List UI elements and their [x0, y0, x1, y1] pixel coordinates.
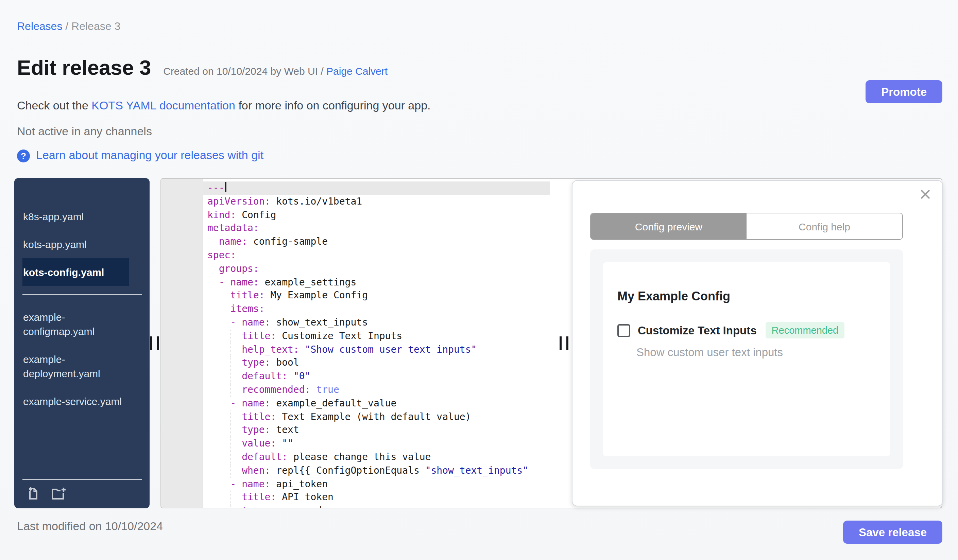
code-line[interactable]: 9 title: My Example Config	[161, 289, 550, 303]
code-line[interactable]: 15 default: "0"	[161, 370, 550, 383]
config-preview-panel: Config previewConfig help My Example Con…	[572, 180, 943, 506]
code-line[interactable]: 7 groups:	[161, 262, 550, 276]
code-line[interactable]: 20 value: ""	[161, 437, 550, 451]
code-line-text: help_text: "Show custom user text inputs…	[203, 343, 550, 356]
code-line[interactable]: 18 title: Text Example (with default val…	[161, 410, 550, 424]
kots-docs-link[interactable]: KOTS YAML documentation	[92, 99, 235, 112]
code-line[interactable]: 17▾ - name: example_default_value	[161, 397, 550, 410]
code-line[interactable]: 21 default: please change this value	[161, 451, 550, 464]
code-line[interactable]: 3kind: Config	[161, 208, 550, 222]
recommended-badge: Recommended	[766, 322, 845, 339]
code-line-text: title: Customize Text Inputs	[203, 330, 550, 343]
last-modified-text: Last modified on 10/10/2024	[17, 520, 163, 533]
code-line[interactable]: 16 recommended: true	[161, 383, 550, 397]
code-line[interactable]: 6▾spec:	[161, 249, 550, 262]
code-line[interactable]: 14 type: bool	[161, 356, 550, 370]
page: Releases / Release 3 Edit release 3 Crea…	[0, 0, 958, 560]
file-list: k8s-app.yamlkots-app.yamlkots-config.yam…	[14, 178, 149, 415]
breadcrumb-releases-link[interactable]: Releases	[17, 21, 62, 32]
code-line[interactable]: 8▾ - name: example_settings	[161, 275, 550, 289]
code-line[interactable]: 4▾metadata:	[161, 222, 550, 236]
page-title: Edit release 3	[17, 56, 151, 80]
git-help-row: ? Learn about managing your releases wit…	[17, 149, 263, 163]
code-line[interactable]: 1---	[161, 182, 550, 195]
config-item-checkbox[interactable]	[617, 324, 630, 337]
code-line-text: name: config-sample	[203, 235, 550, 249]
code-line[interactable]: 25 type: password	[161, 504, 550, 508]
code-line-text: type: password	[203, 504, 550, 508]
config-item-row: Customize Text Inputs Recommended	[617, 322, 874, 339]
code-line-text: - name: show_text_inputs	[203, 316, 550, 330]
file-list-divider	[22, 294, 142, 295]
code-line-text: - name: example_default_value	[203, 397, 550, 410]
workspace: k8s-app.yamlkots-app.yamlkots-config.yam…	[14, 178, 942, 508]
git-releases-link[interactable]: Learn about managing your releases with …	[36, 149, 263, 163]
channel-status: Not active in any channels	[17, 125, 152, 139]
preview-tab-toggle: Config previewConfig help	[590, 213, 903, 240]
created-meta: Created on 10/10/2024 by Web UI / Paige …	[163, 65, 387, 77]
code-area[interactable]: 1---2apiVersion: kots.io/v1beta13kind: C…	[161, 179, 550, 508]
code-line[interactable]: 23▾ - name: api_token	[161, 478, 550, 491]
config-item-label: Customize Text Inputs	[638, 324, 757, 337]
new-file-icon[interactable]	[27, 486, 40, 500]
sidebar-item-file[interactable]: kots-config.yaml	[22, 258, 129, 286]
code-line-text: type: text	[203, 424, 550, 437]
sidebar-item-file[interactable]: kots-app.yaml	[22, 230, 129, 258]
code-line-text: title: Text Example (with default value)	[203, 410, 550, 424]
title-row: Edit release 3 Created on 10/10/2024 by …	[17, 56, 387, 80]
code-line-text: - name: api_token	[203, 478, 550, 491]
code-line[interactable]: 2apiVersion: kots.io/v1beta1	[161, 195, 550, 209]
code-line-text: ---	[203, 182, 550, 195]
code-line[interactable]: 22 when: repl{{ ConfigOptionEquals "show…	[161, 464, 550, 478]
preview-body: My Example Config Customize Text Inputs …	[590, 250, 903, 469]
author-link[interactable]: Paige Calvert	[326, 65, 387, 77]
code-line-text: title: My Example Config	[203, 289, 550, 303]
file-tree-footer	[22, 479, 142, 508]
code-line-text: recommended: true	[203, 383, 550, 397]
line-number-gutter	[161, 179, 203, 508]
code-line-text: kind: Config	[203, 208, 550, 222]
code-line-text: default: please change this value	[203, 451, 550, 464]
sidebar-item-file[interactable]: example-service.yaml	[22, 388, 129, 415]
sidebar-item-file[interactable]: example-deployment.yaml	[22, 345, 129, 388]
code-line-text: title: API token	[203, 491, 550, 505]
code-line-text: metadata:	[203, 222, 550, 236]
code-line-text: value: ""	[203, 437, 550, 451]
promote-button[interactable]: Promote	[866, 80, 942, 103]
code-line[interactable]: 11▾ - name: show_text_inputs	[161, 316, 550, 330]
code-line[interactable]: 5 name: config-sample	[161, 235, 550, 249]
question-icon[interactable]: ?	[17, 149, 30, 162]
code-line-text: groups:	[203, 262, 550, 276]
sidebar-resize-handle[interactable]	[150, 336, 159, 350]
code-line-text: items:	[203, 302, 550, 316]
code-line-text: apiVersion: kots.io/v1beta1	[203, 195, 550, 209]
close-icon[interactable]	[918, 188, 932, 201]
code-line-text: - name: example_settings	[203, 275, 550, 289]
tab-config-help[interactable]: Config help	[747, 214, 902, 239]
code-line[interactable]: 19 type: text	[161, 424, 550, 437]
sidebar-item-file[interactable]: example-configmap.yaml	[22, 303, 129, 345]
code-line-text: default: "0"	[203, 370, 550, 383]
code-line[interactable]: 24 title: API token	[161, 491, 550, 505]
preview-resize-handle[interactable]	[560, 336, 568, 350]
breadcrumb-separator: /	[62, 21, 71, 32]
tab-config-preview[interactable]: Config preview	[591, 214, 747, 239]
config-item-help-text: Show custom user text inputs	[636, 346, 874, 359]
breadcrumb-current: Release 3	[71, 21, 121, 32]
docs-line: Check out the KOTS YAML documentation fo…	[17, 99, 431, 113]
breadcrumb: Releases / Release 3	[17, 21, 121, 33]
save-release-button[interactable]: Save release	[843, 520, 942, 544]
config-group-title: My Example Config	[617, 289, 874, 304]
code-line[interactable]: 12 title: Customize Text Inputs	[161, 330, 550, 343]
code-line-text: spec:	[203, 249, 550, 262]
new-folder-icon[interactable]	[51, 486, 67, 500]
config-card: My Example Config Customize Text Inputs …	[603, 262, 890, 456]
code-line[interactable]: 13 help_text: "Show custom user text inp…	[161, 343, 550, 356]
sidebar-item-file[interactable]: k8s-app.yaml	[22, 202, 129, 230]
code-line-text: type: bool	[203, 356, 550, 370]
code-line-text: when: repl{{ ConfigOptionEquals "show_te…	[203, 464, 550, 478]
file-tree-sidebar: k8s-app.yamlkots-app.yamlkots-config.yam…	[14, 178, 149, 508]
code-line[interactable]: 10 items:	[161, 302, 550, 316]
text-cursor	[225, 182, 227, 192]
